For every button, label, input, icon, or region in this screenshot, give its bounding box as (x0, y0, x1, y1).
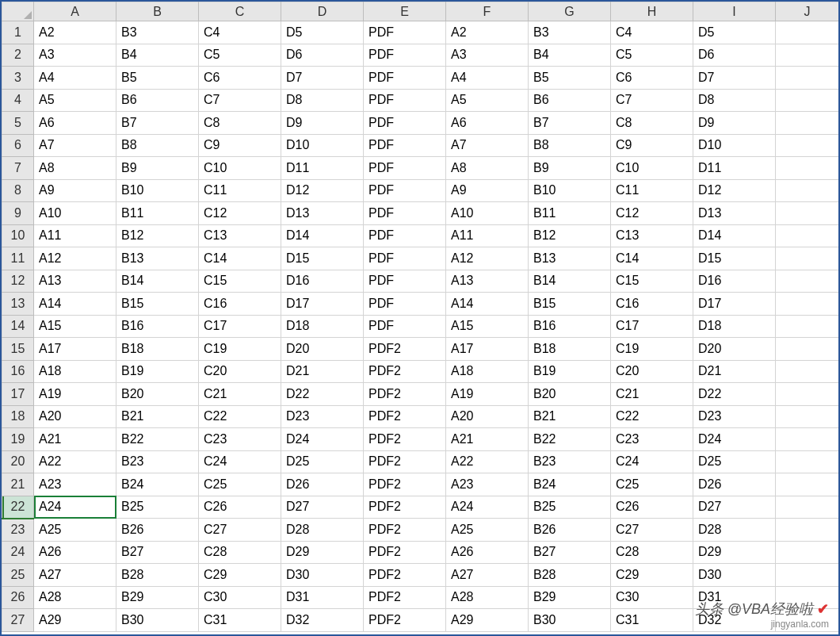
cell[interactable]: C8 (611, 112, 693, 135)
cell[interactable]: D24 (693, 428, 776, 451)
cell[interactable]: D21 (281, 360, 364, 383)
cell[interactable]: A21 (446, 428, 529, 451)
row-header[interactable]: 18 (2, 405, 34, 428)
row-header[interactable]: 20 (2, 450, 34, 473)
cell[interactable]: PDF (364, 270, 446, 293)
cell[interactable]: D8 (693, 89, 776, 112)
cell[interactable]: A20 (446, 405, 529, 428)
cell[interactable]: C24 (611, 450, 693, 473)
cell[interactable]: D18 (281, 315, 364, 338)
cell[interactable]: D16 (693, 270, 776, 293)
cell[interactable]: D26 (281, 473, 364, 496)
cell[interactable]: PDF2 (364, 496, 446, 519)
cell[interactable]: D9 (281, 112, 364, 135)
cell[interactable]: B4 (116, 44, 199, 67)
cell[interactable]: A2 (34, 21, 116, 44)
cell[interactable]: C23 (611, 428, 693, 451)
cell[interactable]: D17 (693, 293, 776, 316)
cell[interactable]: D24 (281, 428, 364, 451)
cell[interactable]: PDF (364, 157, 446, 180)
cell[interactable]: B10 (529, 179, 611, 202)
cell[interactable] (776, 202, 839, 225)
cell[interactable]: PDF (364, 112, 446, 135)
cell[interactable]: A15 (446, 315, 529, 338)
cell[interactable]: A3 (446, 44, 529, 67)
cell[interactable]: D30 (281, 564, 364, 587)
cell[interactable]: PDF2 (364, 450, 446, 473)
cell[interactable]: B22 (116, 428, 199, 451)
cell[interactable]: D6 (281, 44, 364, 67)
cell[interactable]: PDF2 (364, 473, 446, 496)
cell[interactable]: D12 (693, 179, 776, 202)
cell[interactable]: A28 (34, 586, 116, 609)
cell[interactable]: B9 (116, 157, 199, 180)
cell[interactable] (776, 315, 839, 338)
cell[interactable]: B30 (116, 609, 199, 632)
cell[interactable]: D22 (693, 383, 776, 406)
row-header[interactable]: 22 (2, 496, 34, 519)
cell[interactable]: D10 (281, 134, 364, 157)
cell[interactable]: A17 (34, 338, 116, 361)
row-header[interactable]: 19 (2, 428, 34, 451)
cell[interactable]: A13 (446, 270, 529, 293)
cell[interactable]: A19 (34, 383, 116, 406)
cell[interactable]: A10 (446, 202, 529, 225)
cell[interactable]: A19 (446, 383, 529, 406)
cell[interactable]: B26 (529, 519, 611, 542)
row-header[interactable]: 3 (2, 67, 34, 90)
cell[interactable]: D14 (281, 224, 364, 247)
cell[interactable]: A5 (446, 89, 529, 112)
cell[interactable]: A18 (34, 360, 116, 383)
cell[interactable]: C23 (199, 428, 281, 451)
cell[interactable]: A23 (34, 473, 116, 496)
cell[interactable]: C25 (611, 473, 693, 496)
cell[interactable]: A15 (34, 315, 116, 338)
row-header[interactable]: 17 (2, 383, 34, 406)
col-header-J[interactable]: J (776, 2, 839, 21)
row-header[interactable]: 21 (2, 473, 34, 496)
cell[interactable]: A8 (446, 157, 529, 180)
cell[interactable] (776, 112, 839, 135)
cell[interactable] (776, 67, 839, 90)
cell[interactable]: A4 (446, 67, 529, 90)
cell[interactable]: PDF (364, 134, 446, 157)
cell[interactable]: D26 (693, 473, 776, 496)
cell[interactable] (776, 360, 839, 383)
col-header-F[interactable]: F (446, 2, 529, 21)
cell[interactable]: D16 (281, 270, 364, 293)
cell[interactable] (776, 586, 839, 609)
cell[interactable]: B15 (529, 293, 611, 316)
cell[interactable]: B16 (529, 315, 611, 338)
cell[interactable]: B18 (529, 338, 611, 361)
cell[interactable]: B9 (529, 157, 611, 180)
cell[interactable]: A8 (34, 157, 116, 180)
cell[interactable]: B19 (529, 360, 611, 383)
cell[interactable]: D22 (281, 383, 364, 406)
row-header[interactable]: 15 (2, 338, 34, 361)
cell[interactable]: B13 (529, 247, 611, 270)
cell[interactable]: A3 (34, 44, 116, 67)
cell[interactable]: D18 (693, 315, 776, 338)
cell[interactable]: B16 (116, 315, 199, 338)
cell[interactable]: B29 (529, 586, 611, 609)
cell[interactable]: C21 (611, 383, 693, 406)
cell[interactable]: C10 (199, 157, 281, 180)
row-header[interactable]: 26 (2, 586, 34, 609)
cell[interactable]: PDF2 (364, 586, 446, 609)
cell[interactable]: B19 (116, 360, 199, 383)
cell[interactable] (776, 338, 839, 361)
cell[interactable]: B5 (116, 67, 199, 90)
cell[interactable]: A23 (446, 473, 529, 496)
cell[interactable]: D25 (281, 450, 364, 473)
cell[interactable] (776, 496, 839, 519)
cell[interactable]: D32 (281, 609, 364, 632)
cell[interactable]: A14 (34, 293, 116, 316)
cell[interactable]: A17 (446, 338, 529, 361)
cell[interactable]: B14 (116, 270, 199, 293)
cell[interactable]: C7 (199, 89, 281, 112)
cell[interactable]: A7 (34, 134, 116, 157)
row-header[interactable]: 23 (2, 519, 34, 542)
cell[interactable]: PDF2 (364, 428, 446, 451)
cell[interactable]: D7 (281, 67, 364, 90)
row-header[interactable]: 7 (2, 157, 34, 180)
